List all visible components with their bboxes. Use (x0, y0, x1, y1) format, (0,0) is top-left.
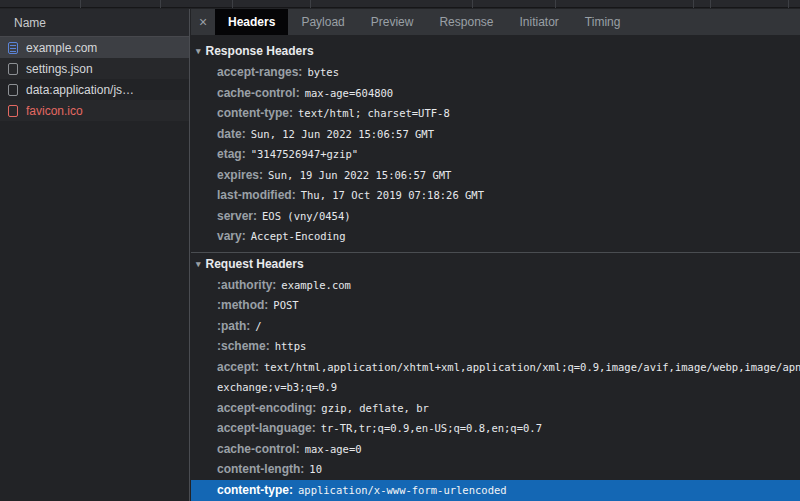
header-row[interactable]: accept-language:tr-TR,tr;q=0.9,en-US;q=0… (191, 418, 800, 439)
header-row[interactable]: content-type:text/html; charset=UTF-8 (191, 103, 800, 124)
header-row[interactable]: :method:POST (191, 295, 800, 316)
header-value: tr-TR,tr;q=0.9,en-US;q=0.8,en;q=0.7 (321, 422, 542, 434)
table-column-divider (160, 0, 161, 8)
section-title-label: Request Headers (206, 257, 304, 271)
header-name: last-modified: (217, 188, 296, 202)
header-value: Sun, 19 Jun 2022 15:06:57 GMT (268, 169, 451, 181)
header-name: :scheme: (217, 339, 270, 353)
request-list: example.comsettings.jsondata:application… (0, 37, 189, 121)
header-row[interactable]: :authority:example.com (191, 275, 800, 296)
request-list-item[interactable]: settings.json (0, 58, 189, 79)
header-row[interactable]: etag:"3147526947+gzip" (191, 144, 800, 165)
header-row[interactable]: accept:text/html,application/xhtml+xml,a… (191, 357, 800, 378)
triangle-down-icon: ▾ (196, 259, 201, 269)
table-column-divider (555, 0, 556, 8)
request-name: data:application/js… (26, 83, 134, 97)
header-value: exchange;v=b3;q=0.9 (217, 381, 337, 393)
header-row[interactable]: accept-ranges:bytes (191, 62, 800, 83)
header-row[interactable]: accept-encoding:gzip, deflate, br (191, 398, 800, 419)
header-row[interactable]: expires:Sun, 19 Jun 2022 15:06:57 GMT (191, 165, 800, 186)
header-name: :method: (217, 298, 268, 312)
request-list-item[interactable]: example.com (0, 37, 189, 58)
header-value: max-age=604800 (305, 87, 394, 99)
document-icon (8, 42, 18, 54)
close-icon: × (199, 14, 207, 30)
header-value: Accept-Encoding (251, 230, 346, 242)
header-name: content-length: (217, 462, 304, 476)
table-column-divider (310, 0, 311, 8)
header-row[interactable]: content-type:application/x-www-form-urle… (191, 480, 800, 501)
name-column-header[interactable]: Name (0, 9, 189, 37)
triangle-down-icon: ▾ (196, 46, 201, 56)
header-name: expires: (217, 168, 263, 182)
section-title-label: Response Headers (206, 44, 314, 58)
table-column-divider (472, 0, 473, 8)
header-row[interactable]: :scheme:https (191, 336, 800, 357)
header-value: POST (273, 299, 298, 311)
request-name: settings.json (26, 62, 93, 76)
header-value: bytes (307, 66, 339, 78)
header-value: "3147526947+gzip" (251, 148, 358, 160)
close-details-button[interactable]: × (191, 9, 215, 35)
header-value: text/html,application/xhtml+xml,applicat… (264, 361, 800, 373)
section-header[interactable]: ▾Response Headers (191, 40, 800, 62)
tab-payload[interactable]: Payload (288, 9, 357, 35)
name-column-label: Name (14, 16, 46, 30)
header-name: date: (217, 127, 246, 141)
header-row[interactable]: :path:/ (191, 316, 800, 337)
header-row[interactable]: server:EOS (vny/0454) (191, 206, 800, 227)
header-value: text/html; charset=UTF-8 (298, 107, 450, 119)
header-name: accept-ranges: (217, 65, 302, 79)
request-list-item[interactable]: favicon.ico (0, 100, 189, 121)
header-name: content-type: (217, 483, 293, 497)
header-value: Sun, 12 Jun 2022 15:06:57 GMT (251, 128, 434, 140)
document-icon (8, 105, 18, 117)
request-list-item[interactable]: data:application/js… (0, 79, 189, 100)
network-table-grid (0, 0, 800, 8)
document-icon (8, 84, 18, 96)
header-value: 10 (309, 463, 322, 475)
table-column-divider (710, 0, 711, 8)
table-column-divider (80, 0, 81, 8)
details-tab-bar: × HeadersPayloadPreviewResponseInitiator… (191, 9, 800, 35)
header-row-continuation[interactable]: exchange;v=b3;q=0.9 (191, 377, 800, 398)
header-name: accept-encoding: (217, 401, 316, 415)
table-column-divider (693, 0, 694, 8)
header-name: content-type: (217, 106, 293, 120)
devtools-network-panel: Name example.comsettings.jsondata:applic… (0, 0, 800, 501)
header-row[interactable]: last-modified:Thu, 17 Oct 2019 07:18:26 … (191, 185, 800, 206)
request-name: example.com (26, 41, 97, 55)
document-icon (8, 63, 18, 75)
header-name: accept-language: (217, 421, 316, 435)
header-value: application/x-www-form-urlencoded (298, 484, 507, 496)
table-column-divider (232, 0, 233, 8)
header-name: :authority: (217, 278, 276, 292)
header-row[interactable]: cache-control:max-age=0 (191, 439, 800, 460)
header-name: :path: (217, 319, 250, 333)
tab-preview[interactable]: Preview (358, 9, 427, 35)
header-name: server: (217, 209, 257, 223)
request-list-panel: Name example.comsettings.jsondata:applic… (0, 9, 190, 501)
header-value: max-age=0 (305, 443, 362, 455)
request-details-pane: × HeadersPayloadPreviewResponseInitiator… (191, 9, 800, 501)
header-row[interactable]: cache-control:max-age=604800 (191, 83, 800, 104)
headers-content: ▾Response Headersaccept-ranges:bytescach… (191, 35, 800, 501)
header-value: gzip, deflate, br (321, 402, 428, 414)
header-name: vary: (217, 229, 246, 243)
header-row[interactable]: content-length:10 (191, 459, 800, 480)
header-value: example.com (281, 279, 351, 291)
header-row[interactable]: date:Sun, 12 Jun 2022 15:06:57 GMT (191, 124, 800, 145)
tab-timing[interactable]: Timing (572, 9, 634, 35)
header-row[interactable]: vary:Accept-Encoding (191, 226, 800, 247)
tab-headers[interactable]: Headers (215, 9, 288, 35)
header-value: Thu, 17 Oct 2019 07:18:26 GMT (301, 189, 484, 201)
table-column-divider (788, 0, 789, 8)
header-name: cache-control: (217, 442, 300, 456)
header-name: cache-control: (217, 86, 300, 100)
tab-response[interactable]: Response (426, 9, 506, 35)
header-value: https (275, 340, 307, 352)
section-header[interactable]: ▾Request Headers (191, 253, 800, 275)
request-name: favicon.ico (26, 104, 83, 118)
tab-initiator[interactable]: Initiator (506, 9, 571, 35)
header-value: / (255, 320, 261, 332)
